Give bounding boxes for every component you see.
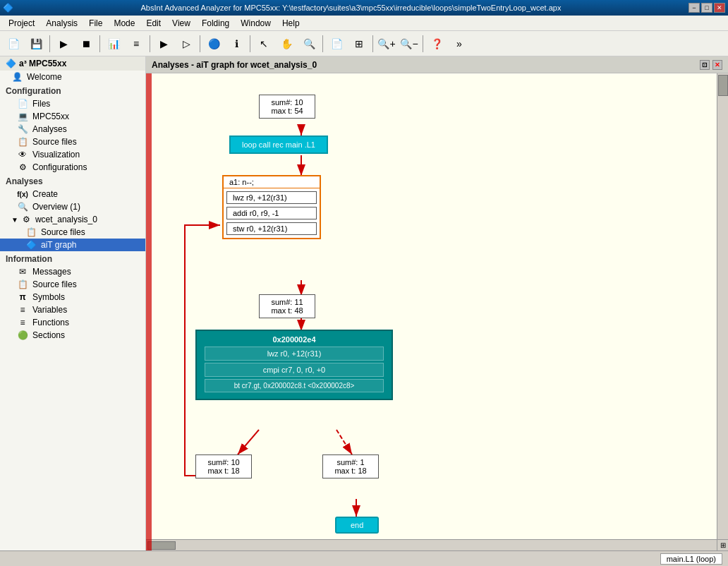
content-area: Analyses - aiT graph for wcet_analysis_0… xyxy=(146,56,728,550)
sidebar-welcome[interactable]: 👤 Welcome xyxy=(0,71,145,83)
content-header-controls: ⊡ ✕ xyxy=(700,60,722,70)
minimize-button[interactable]: − xyxy=(688,3,700,13)
maximize-button[interactable]: □ xyxy=(701,3,712,13)
content-title: Analyses - aiT graph for wcet_analysis_0 xyxy=(152,60,317,70)
menu-file[interactable]: File xyxy=(83,17,108,30)
files-icon: 📄 xyxy=(17,99,28,109)
mpc55xx-icon: 💻 xyxy=(17,112,28,121)
sidebar-ait-graph[interactable]: 🔷 aiT graph xyxy=(0,239,145,251)
toolbar-new[interactable]: 📄 xyxy=(3,34,24,54)
toolbar-page[interactable]: 📄 xyxy=(326,34,347,54)
sidebar-item-files[interactable]: 📄 Files xyxy=(0,97,145,110)
toolbar-search[interactable]: 🔍 xyxy=(298,34,320,54)
toolbar-sep-2 xyxy=(99,35,100,52)
title-bar: 🔷 AbsInt Advanced Analyzer for MPC55xx: … xyxy=(0,0,728,16)
sidebar-wcet-group[interactable]: ▼ ⚙ wcet_analysis_0 xyxy=(0,213,145,226)
configurations-icon: ⚙ xyxy=(17,162,28,172)
node-teal: 0x200002e4 lwz r0, +12(r31) cmpi cr7, 0,… xyxy=(195,330,393,400)
menu-analysis[interactable]: Analysis xyxy=(40,17,83,30)
menu-view[interactable]: View xyxy=(166,17,196,30)
node-loop-call: loop call rec main .L1 xyxy=(229,136,328,154)
sidebar-item-overview[interactable]: 🔍 Overview (1) xyxy=(0,200,145,213)
toolbar-analyze[interactable]: 📊 xyxy=(103,34,124,54)
tree-expand-icon: ▼ xyxy=(11,216,18,224)
sidebar-item-sourcefiles-config[interactable]: 📋 Source files xyxy=(0,136,145,148)
sidebar-wcet-sourcefiles[interactable]: 📋 Source files xyxy=(0,226,145,239)
sidebar: 🔷 a³ MPC55xx 👤 Welcome Configuration 📄 F… xyxy=(0,56,146,550)
graph-area[interactable]: sum#: 10 max t: 54 loop call rec main .L… xyxy=(146,73,728,550)
toolbar-sep-6 xyxy=(322,35,323,52)
config-section-header: Configuration xyxy=(0,83,145,97)
sidebar-item-symbols[interactable]: π Symbols xyxy=(0,291,145,303)
toolbar-play[interactable]: ▶ xyxy=(153,34,174,54)
status-location: main.L1 (loop) xyxy=(660,553,722,565)
toolbar-sep-4 xyxy=(200,35,200,52)
close-button[interactable]: ✕ xyxy=(714,3,725,13)
sidebar-item-mpc55xx[interactable]: 💻 MPC55xx xyxy=(0,110,145,123)
sourcefiles-info-icon: 📋 xyxy=(17,279,28,289)
toolbar-run[interactable]: ▶ xyxy=(53,34,74,54)
toolbar-list[interactable]: ≡ xyxy=(126,34,147,54)
sidebar-item-sections[interactable]: 🟢 Sections xyxy=(0,329,145,342)
window-controls: − □ ✕ xyxy=(688,3,725,13)
toolbar-sep-8 xyxy=(423,35,423,52)
sidebar-item-configurations[interactable]: ⚙ Configurations xyxy=(0,161,145,174)
sidebar-item-create[interactable]: f(x) Create xyxy=(0,188,145,200)
menu-folding[interactable]: Folding xyxy=(196,17,235,30)
toolbar-save[interactable]: 💾 xyxy=(25,34,47,54)
svg-line-7 xyxy=(336,430,352,454)
main-layout: 🔷 a³ MPC55xx 👤 Welcome Configuration 📄 F… xyxy=(0,56,728,550)
title-bar-title: AbsInt Advanced Analyzer for MPC55xx: Y:… xyxy=(13,4,688,12)
toolbar-info[interactable]: ℹ xyxy=(226,34,247,54)
menu-window[interactable]: Window xyxy=(235,17,277,30)
overview-icon: 🔍 xyxy=(17,202,28,212)
toolbar-hand[interactable]: ✋ xyxy=(276,34,297,54)
content-restore-btn[interactable]: ⊡ xyxy=(700,60,710,70)
status-bar: main.L1 (loop) xyxy=(0,550,728,566)
vertical-scrollbar[interactable] xyxy=(717,73,728,550)
project-label: 🔷 a³ MPC55xx xyxy=(0,56,145,71)
analyses-config-icon: 🔧 xyxy=(17,124,28,134)
toolbar-playfwd[interactable]: ▷ xyxy=(176,34,197,54)
symbols-icon: π xyxy=(17,292,28,302)
variables-icon: ≡ xyxy=(17,305,28,315)
info-section-header: Information xyxy=(0,251,145,265)
svg-line-6 xyxy=(238,430,259,454)
sections-icon: 🟢 xyxy=(17,330,28,340)
toolbar-grid[interactable]: ⊞ xyxy=(348,34,370,54)
sidebar-item-analyses[interactable]: 🔧 Analyses xyxy=(0,123,145,136)
sidebar-item-variables[interactable]: ≡ Variables xyxy=(0,303,145,316)
menu-project[interactable]: Project xyxy=(3,17,40,30)
horizontal-scrollbar[interactable] xyxy=(146,539,717,550)
toolbar-help[interactable]: ❓ xyxy=(426,34,447,54)
toolbar-circle[interactable]: 🔵 xyxy=(203,34,224,54)
menu-edit[interactable]: Edit xyxy=(140,17,166,30)
create-icon: f(x) xyxy=(17,191,28,198)
functions-icon: ≡ xyxy=(17,318,28,327)
sidebar-item-messages[interactable]: ✉ Messages xyxy=(0,265,145,278)
toolbar-sep-7 xyxy=(372,35,373,52)
sidebar-item-visualization[interactable]: 👁 Visualization xyxy=(0,148,145,161)
sidebar-item-functions[interactable]: ≡ Functions xyxy=(0,316,145,329)
toolbar-more[interactable]: » xyxy=(449,34,470,54)
wcet-group-icon: ⚙ xyxy=(21,215,32,224)
toolbar-cursor[interactable]: ↖ xyxy=(253,34,274,54)
toolbar-zoomin[interactable]: 🔍+ xyxy=(376,34,397,54)
toolbar-stop[interactable]: ⏹ xyxy=(75,34,97,54)
project-icon: 🔷 xyxy=(6,59,16,68)
toolbar-zoomout[interactable]: 🔍− xyxy=(399,34,420,54)
flowchart-container: sum#: 10 max t: 54 loop call rec main .L… xyxy=(167,80,435,550)
content-close-btn[interactable]: ✕ xyxy=(712,60,722,70)
visualization-icon: 👁 xyxy=(17,150,28,159)
sidebar-item-sourcefiles-info[interactable]: 📋 Source files xyxy=(0,278,145,291)
title-bar-icon: 🔷 xyxy=(3,3,13,13)
welcome-label: Welcome xyxy=(27,72,62,82)
content-header: Analyses - aiT graph for wcet_analysis_0… xyxy=(146,56,728,73)
node-7: sum#: 1 max t: 18 xyxy=(322,454,379,478)
wcet-sourcefiles-icon: 📋 xyxy=(25,227,37,237)
toolbar-sep-3 xyxy=(150,35,150,52)
analyses-section-header: Analyses xyxy=(0,174,145,188)
node-6: sum#: 10 max t: 18 xyxy=(195,454,252,478)
menu-help[interactable]: Help xyxy=(277,17,305,30)
menu-mode[interactable]: Mode xyxy=(108,17,140,30)
